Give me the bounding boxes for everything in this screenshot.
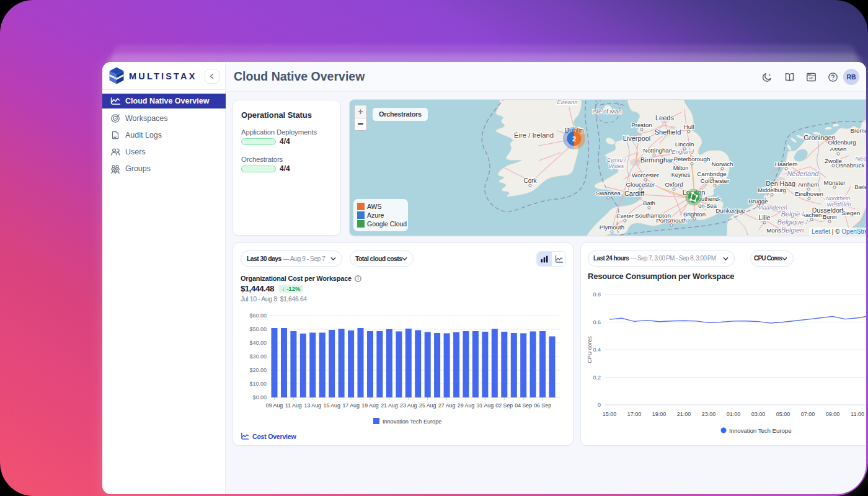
svg-text:Belgique /: Belgique / bbox=[777, 218, 808, 226]
svg-text:Dunkerque: Dunkerque bbox=[715, 207, 745, 214]
svg-text:06 Sep: 06 Sep bbox=[534, 402, 551, 409]
svg-text:Innovation Tech Europe: Innovation Tech Europe bbox=[383, 418, 441, 425]
svg-text:Leeds: Leeds bbox=[655, 114, 674, 122]
svg-text:Éireann: Éireann bbox=[557, 100, 577, 105]
svg-text:0.2: 0.2 bbox=[593, 374, 601, 381]
svg-text:Lille: Lille bbox=[759, 214, 771, 221]
svg-text:07:00: 07:00 bbox=[801, 411, 815, 417]
svg-text:Bath: Bath bbox=[643, 200, 655, 206]
svg-text:Bonn: Bonn bbox=[823, 213, 837, 220]
svg-text:Cymru /: Cymru / bbox=[607, 157, 627, 163]
svg-text:Éire / Ireland: Éire / Ireland bbox=[514, 131, 554, 139]
svg-text:19 Aug: 19 Aug bbox=[361, 402, 379, 409]
svg-text:0.4: 0.4 bbox=[593, 347, 601, 353]
svg-text:Plymouth: Plymouth bbox=[600, 224, 624, 231]
svg-text:Cardiff: Cardiff bbox=[624, 190, 645, 197]
svg-text:15 Aug: 15 Aug bbox=[323, 402, 340, 409]
svg-text:Aachen: Aachen bbox=[802, 211, 822, 218]
svg-text:Peterborough: Peterborough bbox=[674, 156, 711, 162]
svg-text:11 Aug: 11 Aug bbox=[285, 402, 302, 409]
svg-text:$40.00: $40.00 bbox=[249, 340, 267, 346]
svg-text:Hull: Hull bbox=[684, 123, 694, 130]
svg-text:Milton: Milton bbox=[673, 165, 689, 171]
svg-text:Isle of Man: Isle of Man bbox=[592, 108, 621, 115]
svg-text:17 Aug: 17 Aug bbox=[342, 402, 360, 409]
svg-text:$10.00: $10.00 bbox=[249, 381, 267, 387]
svg-text:31 Aug: 31 Aug bbox=[477, 402, 494, 409]
svg-text:Oldenburg: Oldenburg bbox=[828, 139, 856, 146]
svg-text:Lincoln: Lincoln bbox=[675, 141, 694, 148]
svg-text:Middelburg: Middelburg bbox=[758, 187, 786, 193]
svg-text:11:00: 11:00 bbox=[851, 411, 864, 417]
svg-text:$20.00: $20.00 bbox=[249, 367, 267, 373]
svg-text:01:00: 01:00 bbox=[727, 411, 741, 417]
svg-text:Eindhoven: Eindhoven bbox=[795, 190, 823, 197]
svg-text:Osnabrück: Osnabrück bbox=[836, 162, 865, 169]
svg-text:België /: België / bbox=[781, 210, 805, 218]
svg-text:Haarlem: Haarlem bbox=[775, 161, 798, 167]
svg-text:21:00: 21:00 bbox=[677, 411, 691, 417]
svg-text:Preston: Preston bbox=[631, 122, 652, 128]
svg-text:03:00: 03:00 bbox=[751, 411, 766, 417]
svg-text:Cork: Cork bbox=[523, 177, 537, 184]
svg-text:04 Sep: 04 Sep bbox=[515, 402, 532, 409]
svg-text:27 Aug: 27 Aug bbox=[438, 402, 456, 409]
svg-text:on-Sea: on-Sea bbox=[698, 203, 717, 209]
svg-text:Norwich: Norwich bbox=[712, 161, 733, 167]
svg-text:Colchester: Colchester bbox=[701, 177, 730, 184]
svg-text:2: 2 bbox=[572, 135, 576, 143]
svg-text:Innovation Tech Europe: Innovation Tech Europe bbox=[729, 427, 792, 434]
svg-text:Cambridge: Cambridge bbox=[697, 170, 726, 177]
svg-text:29 Aug: 29 Aug bbox=[458, 402, 475, 409]
svg-text:17:00: 17:00 bbox=[627, 411, 642, 417]
svg-text:Niede: Niede bbox=[856, 156, 867, 162]
svg-text:0: 0 bbox=[598, 402, 601, 408]
svg-text:Siegen: Siegen bbox=[841, 210, 860, 216]
svg-text:$60.00: $60.00 bbox=[249, 312, 267, 319]
svg-text:Bremerh: Bremerh bbox=[850, 127, 866, 134]
svg-text:Sheffield: Sheffield bbox=[655, 128, 681, 136]
svg-text:Belgien: Belgien bbox=[781, 226, 804, 234]
svg-text:25 Aug: 25 Aug bbox=[419, 402, 436, 409]
svg-text:21 Aug: 21 Aug bbox=[381, 402, 398, 409]
svg-text:Nottingham: Nottingham bbox=[643, 147, 674, 154]
svg-text:Arnhem: Arnhem bbox=[798, 181, 819, 188]
svg-text:Liverpool: Liverpool bbox=[623, 135, 651, 142]
svg-text:$0.00: $0.00 bbox=[252, 394, 267, 401]
svg-text:Gloucester: Gloucester bbox=[626, 181, 656, 188]
svg-text:Münster: Münster bbox=[824, 179, 846, 186]
svg-text:Bielefe: Bielefe bbox=[854, 184, 866, 190]
svg-text:Great Britain: Great Britain bbox=[633, 100, 672, 100]
svg-text:19:00: 19:00 bbox=[652, 411, 666, 417]
svg-text:Brugge: Brugge bbox=[748, 198, 768, 205]
svg-text:Worcester: Worcester bbox=[632, 172, 660, 179]
svg-text:Nederland: Nederland bbox=[787, 170, 820, 177]
svg-text:$50.00: $50.00 bbox=[249, 326, 267, 332]
svg-text:09:00: 09:00 bbox=[826, 411, 840, 417]
svg-text:Portsmouth: Portsmouth bbox=[656, 217, 687, 224]
svg-text:CPU cores: CPU cores bbox=[587, 336, 593, 363]
svg-text:09 Aug: 09 Aug bbox=[266, 402, 283, 409]
svg-text:Den Haag: Den Haag bbox=[766, 180, 795, 187]
svg-text:23:00: 23:00 bbox=[702, 411, 716, 417]
svg-text:0.8: 0.8 bbox=[593, 291, 601, 298]
svg-text:Mons: Mons bbox=[766, 227, 781, 234]
svg-text:Swansea: Swansea bbox=[596, 190, 621, 197]
svg-text:05:00: 05:00 bbox=[776, 411, 790, 417]
svg-text:$30.00: $30.00 bbox=[249, 353, 267, 360]
svg-text:Wales: Wales bbox=[609, 163, 624, 169]
svg-text:0.6: 0.6 bbox=[593, 319, 601, 326]
svg-text:Birmingham: Birmingham bbox=[640, 156, 677, 164]
svg-text:API: API bbox=[809, 77, 813, 80]
svg-text:Exeter: Exeter bbox=[616, 213, 634, 219]
svg-text:Keynes: Keynes bbox=[671, 172, 691, 178]
svg-text:Nordrhein-: Nordrhein- bbox=[826, 195, 852, 202]
svg-text:Assen: Assen bbox=[830, 146, 847, 153]
svg-text:England: England bbox=[671, 148, 694, 155]
svg-text:15:00: 15:00 bbox=[603, 411, 617, 417]
svg-text:23 Aug: 23 Aug bbox=[400, 402, 417, 409]
svg-text:02 Sep: 02 Sep bbox=[495, 402, 513, 409]
svg-text:Westfalen: Westfalen bbox=[827, 202, 851, 208]
svg-text:13 Aug: 13 Aug bbox=[304, 402, 322, 409]
svg-text:Oxford: Oxford bbox=[665, 181, 683, 188]
